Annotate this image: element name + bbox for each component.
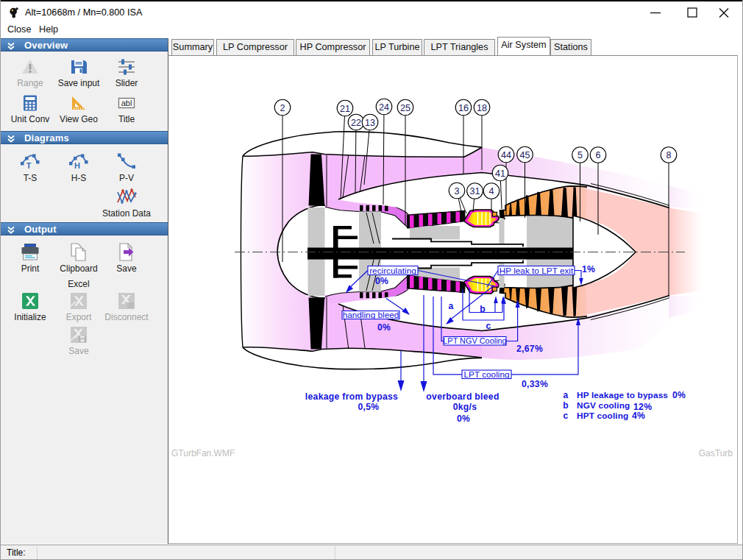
svg-text:4: 4	[488, 186, 494, 196]
svg-text:handling bleed: handling bleed	[343, 310, 399, 320]
svg-text:LPT cooling: LPT cooling	[463, 369, 509, 380]
svg-text:recirculating: recirculating	[369, 266, 416, 276]
svg-text:a: a	[564, 390, 569, 400]
svg-text:T: T	[26, 161, 32, 170]
svg-text:abl: abl	[121, 99, 132, 107]
svg-text:0%: 0%	[672, 390, 686, 400]
svg-text:0,5%: 0,5%	[358, 402, 380, 412]
svg-text:44: 44	[501, 150, 511, 160]
svg-text:2,67%: 2,67%	[516, 344, 543, 354]
svg-text:0%: 0%	[457, 414, 470, 424]
svg-text:HP leak to LPT exit: HP leak to LPT exit	[500, 266, 574, 276]
svg-text:18: 18	[477, 103, 487, 113]
svg-text:NGV cooling: NGV cooling	[577, 400, 630, 411]
svg-text:31: 31	[469, 186, 480, 196]
svg-text:13: 13	[365, 118, 375, 128]
svg-text:HPT cooling: HPT cooling	[577, 411, 628, 421]
svg-text:22: 22	[351, 118, 361, 128]
svg-text:41: 41	[495, 169, 505, 179]
svg-text:LPT NGV Cooling: LPT NGV Cooling	[443, 336, 506, 345]
svg-text:8: 8	[666, 150, 671, 160]
svg-text:c: c	[486, 321, 491, 331]
svg-text:2: 2	[280, 103, 285, 113]
svg-text:45: 45	[519, 150, 530, 160]
svg-text:a: a	[448, 301, 453, 311]
svg-text:c: c	[564, 411, 569, 421]
svg-text:b: b	[480, 304, 486, 314]
svg-text:H: H	[74, 161, 80, 170]
svg-text:21: 21	[340, 104, 350, 114]
svg-text:b: b	[563, 400, 569, 411]
svg-text:HP leakage to bypass: HP leakage to bypass	[577, 390, 668, 400]
svg-text:3: 3	[454, 186, 459, 196]
svg-text:0,33%: 0,33%	[522, 379, 548, 389]
svg-text:5: 5	[577, 150, 583, 160]
svg-text:1%: 1%	[582, 264, 595, 274]
svg-text:leakage from bypass: leakage from bypass	[305, 391, 398, 402]
svg-text:25: 25	[400, 103, 410, 113]
svg-text:4%: 4%	[632, 411, 645, 421]
svg-text:0kg/s: 0kg/s	[453, 402, 477, 412]
svg-text:0%: 0%	[375, 276, 388, 286]
svg-text:overboard bleed: overboard bleed	[426, 391, 499, 402]
svg-text:0%: 0%	[377, 322, 391, 333]
svg-text:16: 16	[458, 103, 469, 113]
svg-text:24: 24	[379, 102, 389, 113]
svg-text:6: 6	[595, 150, 600, 160]
